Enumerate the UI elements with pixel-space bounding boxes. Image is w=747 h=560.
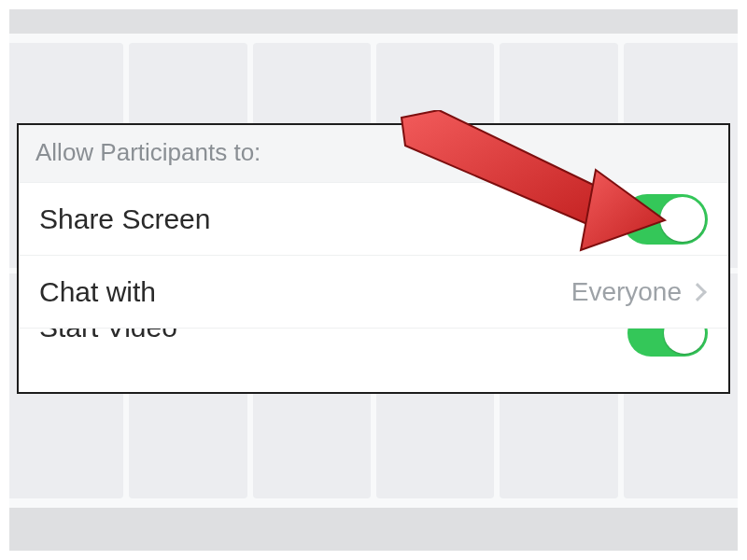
chat-with-label: Chat with — [39, 276, 156, 308]
start-video-toggle[interactable] — [627, 328, 708, 357]
share-screen-toggle[interactable] — [622, 194, 708, 245]
share-screen-label: Share Screen — [39, 203, 210, 235]
panel-header: Allow Participants to: — [19, 125, 728, 182]
row-chat-with[interactable]: Chat with Everyone — [19, 255, 728, 328]
chat-with-value-wrap: Everyone — [571, 277, 708, 307]
chevron-right-icon — [688, 283, 707, 301]
participant-permissions-panel: Allow Participants to: Share Screen Chat… — [17, 123, 730, 394]
toggle-knob — [660, 197, 705, 242]
start-video-label: Start Video — [39, 328, 177, 343]
toggle-knob — [664, 328, 705, 354]
row-share-screen: Share Screen — [19, 182, 728, 255]
chat-with-value: Everyone — [571, 277, 682, 307]
row-start-video: Start Video — [19, 328, 728, 365]
